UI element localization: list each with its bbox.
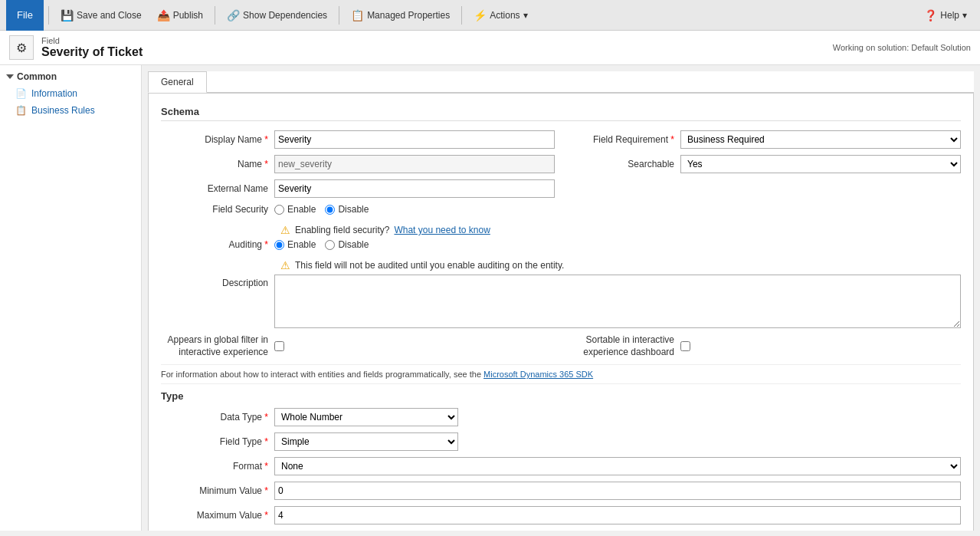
min-value-input[interactable] (274, 482, 961, 500)
max-value-group: Maximum Value * (161, 506, 961, 524)
file-button[interactable]: File (6, 0, 44, 31)
field-type-required: * (264, 436, 268, 447)
sidebar-business-rules-label: Business Rules (31, 105, 95, 116)
field-security-group: Field Security Enable Disable (161, 204, 961, 215)
help-button[interactable]: Help ▾ (917, 5, 974, 25)
field-type-select[interactable]: Simple Calculated Rollup (274, 432, 458, 451)
data-type-select[interactable]: Whole Number Single Line of Text Multipl… (274, 408, 458, 426)
data-type-required: * (264, 412, 268, 423)
field-icon: ⚙ (9, 35, 34, 60)
sortable-group: Sortable in interactive experience dashb… (567, 334, 961, 358)
max-value-input[interactable] (274, 506, 961, 524)
auditing-row: Auditing * Enable Disable (161, 239, 961, 250)
page-title: Severity of Ticket (41, 45, 143, 59)
field-security-enable-radio[interactable] (274, 205, 284, 215)
gear-icon: ⚙ (16, 41, 27, 55)
managed-props-icon (351, 9, 364, 21)
min-value-required: * (264, 485, 268, 496)
information-icon: 📄 (15, 88, 27, 99)
save-close-icon (61, 9, 74, 21)
data-type-label: Data Type * (161, 412, 268, 423)
field-security-disable-text: Disable (338, 204, 369, 215)
actions-chevron: ▾ (523, 10, 528, 21)
collapse-icon (6, 74, 14, 79)
data-type-group: Data Type * Whole Number Single Line of … (161, 408, 555, 426)
max-value-label: Maximum Value * (161, 510, 268, 521)
global-filter-checkbox[interactable] (274, 341, 284, 351)
save-and-close-button[interactable]: Save and Close (54, 5, 149, 25)
separator-1 (48, 6, 49, 25)
managed-properties-button[interactable]: Managed Properties (344, 5, 457, 25)
display-name-required: * (264, 134, 268, 145)
auditing-disable-label[interactable]: Disable (325, 239, 369, 250)
field-label: Field (41, 36, 143, 45)
publish-button[interactable]: Publish (150, 5, 210, 25)
warning-icon-security: ⚠ (280, 224, 290, 236)
name-group: Name * (161, 155, 555, 173)
page-header: ⚙ Field Severity of Ticket Working on so… (0, 31, 980, 65)
field-type-group: Field Type * Simple Calculated Rollup (161, 432, 555, 451)
auditing-enable-label[interactable]: Enable (274, 239, 316, 250)
show-dependencies-button[interactable]: Show Dependencies (220, 5, 334, 25)
external-name-input[interactable] (274, 179, 555, 198)
name-input[interactable] (274, 155, 555, 173)
business-rules-icon: 📋 (15, 105, 27, 116)
what-you-need-to-know-link[interactable]: What you need to know (394, 225, 490, 235)
name-required: * (264, 159, 268, 169)
field-security-disable-label[interactable]: Disable (325, 204, 369, 215)
global-filter-label: Appears in global filter in interactive … (161, 334, 268, 358)
description-textarea[interactable] (274, 275, 961, 328)
sidebar-item-information[interactable]: 📄 Information (0, 85, 141, 102)
external-name-label: External Name (161, 183, 268, 194)
field-requirement-label: Field Requirement * (567, 134, 674, 145)
sidebar-item-business-rules[interactable]: 📋 Business Rules (0, 102, 141, 119)
dependencies-icon (227, 9, 240, 21)
field-security-enable-label[interactable]: Enable (274, 204, 316, 215)
min-value-group: Minimum Value * (161, 482, 961, 500)
tab-general[interactable]: General (148, 71, 207, 93)
max-value-row: Maximum Value * (161, 506, 961, 524)
tab-bar: General (148, 71, 974, 93)
auditing-label: Auditing * (161, 239, 268, 250)
searchable-select[interactable]: Yes No (680, 155, 961, 173)
field-security-warning-text: Enabling field security? (295, 225, 389, 235)
sortable-checkbox[interactable] (680, 341, 690, 351)
name-row: Name * Searchable Yes No (161, 155, 961, 173)
field-security-disable-radio[interactable] (325, 205, 335, 215)
separator-2 (215, 6, 215, 25)
header-title-block: Field Severity of Ticket (41, 36, 143, 59)
display-name-input[interactable] (274, 130, 555, 149)
sdk-info-text: For information about how to interact wi… (161, 370, 481, 379)
save-close-label: Save and Close (77, 10, 142, 21)
actions-label: Actions (490, 10, 519, 21)
format-group: Format * None Duration Time Zone Languag… (161, 457, 961, 475)
field-requirement-select[interactable]: Business Required Optional Recommended (680, 130, 961, 149)
show-deps-label: Show Dependencies (243, 10, 327, 21)
help-label: Help (940, 10, 959, 21)
main-content: General Schema Display Name * Field Requ… (142, 65, 980, 531)
auditing-disable-text: Disable (338, 239, 369, 250)
toolbar: File Save and Close Publish Show Depende… (0, 0, 980, 31)
sidebar-common-label: Common (17, 71, 57, 82)
field-security-warning-row: ⚠ Enabling field security? What you need… (161, 221, 961, 239)
global-filter-row: Appears in global filter in interactive … (161, 334, 961, 358)
publish-label: Publish (173, 10, 203, 21)
auditing-enable-radio[interactable] (274, 240, 284, 250)
field-security-label: Field Security (161, 204, 268, 215)
publish-icon (157, 9, 170, 21)
help-icon (924, 9, 937, 21)
description-group: Description (161, 275, 961, 328)
sdk-info-row: For information about how to interact wi… (161, 364, 961, 384)
sdk-link[interactable]: Microsoft Dynamics 365 SDK (483, 370, 593, 379)
schema-section-header: Schema (161, 106, 961, 121)
form-panel: Schema Display Name * Field Requirement … (148, 93, 974, 531)
field-requirement-group: Field Requirement * Business Required Op… (567, 130, 961, 149)
max-value-required: * (264, 510, 268, 521)
min-value-label: Minimum Value * (161, 485, 268, 496)
display-name-group: Display Name * (161, 130, 555, 149)
sidebar-common-group[interactable]: Common (0, 68, 141, 85)
auditing-disable-radio[interactable] (325, 240, 335, 250)
format-select[interactable]: None Duration Time Zone Language (274, 457, 961, 475)
actions-button[interactable]: Actions ▾ (467, 5, 534, 25)
min-value-row: Minimum Value * (161, 482, 961, 500)
